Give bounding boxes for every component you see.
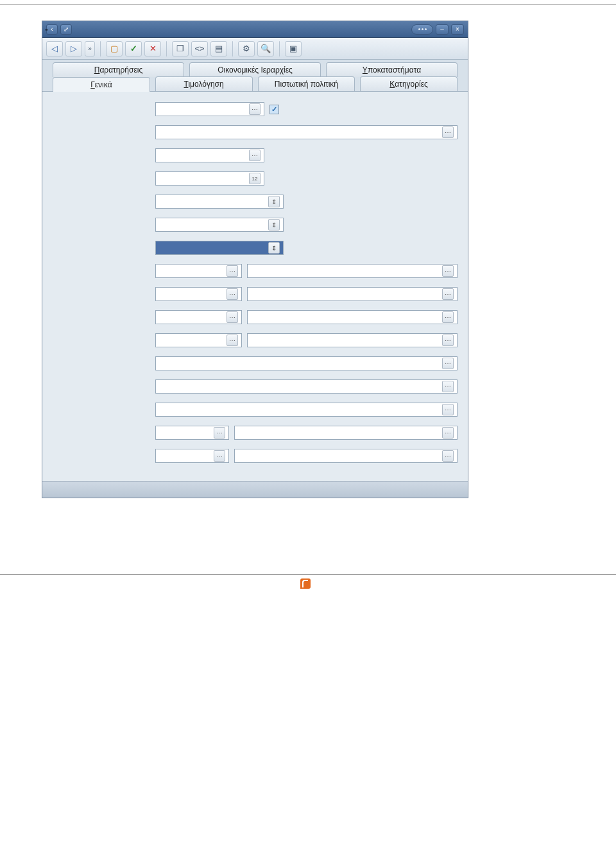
tab-ypokatastimata[interactable]: Υποκαταστήματα xyxy=(326,62,458,77)
tool-separator xyxy=(100,41,101,57)
field-apostoli-2[interactable]: ⋯ xyxy=(234,449,458,463)
tab-label: ποκαταστήματα xyxy=(368,65,421,74)
field-diataxi-2[interactable]: ⋯ xyxy=(247,264,458,278)
tool-copy-icon[interactable]: ❐ xyxy=(172,41,189,57)
lookup-icon[interactable]: ⋯ xyxy=(442,126,454,138)
tab-label: αρατηρήσεις xyxy=(99,65,142,74)
tool-separator xyxy=(232,41,233,57)
titlebar-minimize-icon[interactable]: – xyxy=(436,24,449,35)
tab-label: Οικονομικές Ιεραρχίες xyxy=(218,65,293,74)
field-kyria-2[interactable]: ⋯ xyxy=(234,426,458,440)
lookup-icon[interactable]: ⋯ xyxy=(227,335,238,346)
tab-pistotiki[interactable]: Πιστωτική πολιτική xyxy=(258,76,355,91)
tool-code-icon[interactable]: <> xyxy=(191,41,208,57)
tab-strip: Παρατηρήσεις Οικονομικές Ιεραρχίες Υποκα… xyxy=(42,60,468,92)
tab-katigories[interactable]: Κατηγορίες xyxy=(360,76,458,91)
titlebar-close-icon[interactable]: × xyxy=(451,24,464,35)
tab-paratiriseis[interactable]: Παρατηρήσεις xyxy=(53,62,184,77)
page-footer xyxy=(0,574,616,596)
tool-search-icon[interactable]: 🔍 xyxy=(257,41,274,57)
dropdown-icon[interactable]: ⇕ xyxy=(268,219,280,230)
lookup-icon[interactable]: ⋯ xyxy=(442,335,454,346)
field-oros[interactable]: ⋯ xyxy=(155,403,458,417)
tool-expand-icon[interactable]: » xyxy=(85,41,95,57)
dropdown-icon[interactable]: ⇕ xyxy=(268,242,280,254)
field-imerominia[interactable]: 12 xyxy=(155,171,264,186)
tab-genika[interactable]: Γενικά xyxy=(53,77,150,92)
tool-cancel-icon[interactable]: ✕ xyxy=(144,41,161,57)
toolbar: ◁ ▷ » ▢ ✓ ✕ ❐ <> ▤ ⚙ 🔍 ▣ xyxy=(42,38,468,60)
tool-new-icon[interactable]: ▢ xyxy=(106,41,123,57)
lookup-icon[interactable]: ⋯ xyxy=(442,427,454,439)
tool-form-icon[interactable]: ▤ xyxy=(210,41,227,57)
field-meso[interactable]: ⋯ xyxy=(155,379,458,394)
dropdown-icon[interactable]: ⇕ xyxy=(268,196,280,207)
lookup-icon[interactable]: ⋯ xyxy=(442,265,454,277)
lookup-icon[interactable]: ⋯ xyxy=(442,311,454,323)
field-eponymia[interactable]: ⋯ xyxy=(155,125,458,139)
lookup-icon[interactable]: ⋯ xyxy=(442,288,454,300)
field-kyria-1[interactable]: ⋯ xyxy=(155,426,229,440)
tool-module-icon[interactable]: ▣ xyxy=(285,41,302,57)
field-antiprosopos-1[interactable]: ⋯ xyxy=(155,310,242,324)
field-apostoli-1[interactable]: ⋯ xyxy=(155,449,229,463)
tool-save-icon[interactable]: ✓ xyxy=(125,41,142,57)
titlebar-menu-icon[interactable] xyxy=(411,24,433,35)
lookup-icon[interactable]: ⋯ xyxy=(214,450,225,462)
tool-separator xyxy=(166,41,167,57)
tab-label: ατηγορίες xyxy=(395,80,428,89)
page-header xyxy=(0,0,616,4)
field-diataxi-1[interactable]: ⋯ xyxy=(155,264,242,278)
footer-logo xyxy=(300,578,316,589)
lookup-icon[interactable]: ⋯ xyxy=(442,404,454,415)
tool-plugin-icon[interactable]: ⚙ xyxy=(238,41,255,57)
lookup-icon[interactable]: ⋯ xyxy=(227,265,238,277)
lookup-icon[interactable]: ⋯ xyxy=(227,288,238,300)
lookup-icon[interactable]: ⋯ xyxy=(249,103,261,115)
tab-label: ιμολόγηση xyxy=(188,80,223,89)
tool-separator xyxy=(279,41,280,57)
tab-oikonomikes[interactable]: Οικονομικές Ιεραρχίες xyxy=(189,62,321,77)
lookup-icon[interactable]: ⋯ xyxy=(249,150,261,161)
tab-label: Πιστωτική πολιτική xyxy=(275,80,338,89)
tab-label: ενικά xyxy=(95,80,112,89)
logo-icon xyxy=(300,578,311,589)
field-kepyo[interactable]: ⇕ xyxy=(155,195,284,209)
field-fpa[interactable]: ⇕ xyxy=(155,218,284,232)
calendar-icon[interactable]: 12 xyxy=(249,173,261,184)
lookup-icon[interactable]: ⋯ xyxy=(442,358,454,369)
field-nomisma-1[interactable]: ⋯ xyxy=(155,287,242,301)
titlebar-expand-icon[interactable]: ⤢ xyxy=(60,24,72,35)
form-area: ⋯ ✓ ⋯ xyxy=(42,92,468,481)
field-logariasmos-2[interactable]: ⋯ xyxy=(247,333,458,347)
tab-timologisi[interactable]: Τιμολόγηση xyxy=(155,76,253,91)
checkbox-energos[interactable]: ✓ xyxy=(270,105,279,114)
lookup-icon[interactable]: ⋯ xyxy=(442,450,454,462)
erp-window: ‹ ⤢ – × ◁ ▷ » ▢ ✓ ✕ ❐ <> ▤ ⚙ xyxy=(42,21,468,498)
lookup-icon[interactable]: ⋯ xyxy=(214,427,225,439)
field-afm[interactable]: ⋯ xyxy=(155,148,264,162)
lookup-icon[interactable]: ⋯ xyxy=(442,381,454,392)
window-titlebar: ‹ ⤢ – × xyxy=(42,21,468,38)
field-kodikos[interactable]: ⋯ xyxy=(155,102,264,116)
lookup-icon[interactable]: ⋯ xyxy=(227,311,238,323)
field-antiprosopos-2[interactable]: ⋯ xyxy=(247,310,458,324)
field-logariasmos-1[interactable]: ⋯ xyxy=(155,333,242,347)
field-tropos[interactable]: ⋯ xyxy=(155,356,458,370)
tool-back-icon[interactable]: ▷ xyxy=(65,41,82,57)
tool-first-icon[interactable]: ◁ xyxy=(46,41,63,57)
window-statusbar xyxy=(42,481,468,498)
field-ggps[interactable]: ⇕ xyxy=(155,241,284,255)
field-nomisma-2[interactable]: ⋯ xyxy=(247,287,458,301)
